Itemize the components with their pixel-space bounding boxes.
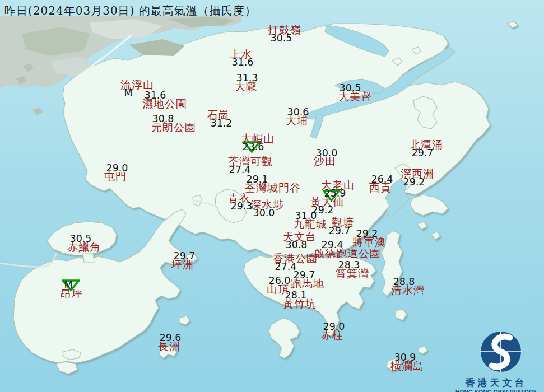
station-temperature-value: 29.2 — [283, 206, 362, 214]
station-name: 大埔 — [258, 116, 336, 125]
station-label: 30.5大美督 — [316, 84, 394, 101]
station-name: 啟德跑道公園 — [308, 249, 387, 258]
station-name: 昂坪 — [32, 290, 111, 298]
station-label: 31.6濕地公園 — [125, 91, 204, 108]
station-temperature-value: 29.1 — [218, 175, 296, 184]
station-temperature-value: 29.7 — [145, 252, 224, 260]
station-name: 天文台 — [261, 232, 339, 241]
station-label: 天文台30.8 — [261, 232, 339, 249]
station-name: 荃灣城門谷 — [234, 184, 312, 192]
station-name: 橫瀾島 — [368, 362, 447, 370]
station-label: 觀塘29.7 — [304, 218, 382, 235]
station-label: 29.1荃灣城門谷 — [234, 175, 312, 192]
station-label: 黃大仙29.2 — [288, 198, 366, 214]
station-name: 流浮山 — [98, 81, 176, 89]
hko-logo-english-name: HONG KONG OBSERVATORY — [448, 389, 544, 392]
station-label: 28.8清水灣 — [369, 278, 447, 295]
station-name: 清水灣 — [369, 286, 447, 295]
station-label: 28.3筲箕灣 — [313, 261, 392, 278]
station-name: 將軍澳 — [330, 238, 408, 246]
station-label: 29.7跑馬地 — [268, 271, 347, 288]
station-temperature-value: 25.9 — [296, 189, 374, 198]
station-label: 30.9橫瀾島 — [368, 353, 447, 370]
hko-logo-emblem — [448, 328, 544, 373]
station-label: 30.6大埔 — [258, 108, 336, 125]
station-label: 29.4啟德跑道公園 — [308, 241, 387, 258]
station-temperature-value: 29.7 — [265, 271, 343, 279]
station-temperature-value: 31.0 — [267, 212, 345, 220]
station-name: 大老山 — [299, 181, 377, 189]
page-title: 昨日(2024年03月30日) 的最高氣溫（攝氏度） — [4, 3, 257, 18]
station-name: 九龍城 — [271, 220, 350, 228]
station-temperature-value: 26.4 — [343, 175, 421, 184]
station-name: 大帽山 — [218, 134, 297, 143]
station-label: 29.0屯門 — [76, 164, 155, 181]
station-temperature-value: 30.0 — [287, 149, 366, 157]
station-label: 30.8元朗公園 — [134, 115, 213, 132]
station-name: 跑馬地 — [268, 279, 347, 288]
station-name: 元朗公園 — [134, 123, 213, 132]
station-name: 筲箕灣 — [313, 269, 392, 278]
station-label: 滘西洲29.2 — [378, 170, 457, 186]
station-temperature-value: 28.8 — [365, 278, 443, 286]
station-temperature-value: M — [89, 89, 168, 97]
station-temperature-value: 29.7 — [300, 227, 379, 235]
station-label: 香港公園27.4 — [256, 254, 334, 271]
station-name: 大隴 — [207, 82, 285, 91]
station-name: 西貢 — [341, 184, 420, 192]
station-temperature-value: 29.4 — [293, 241, 371, 249]
station-temperature-value: 30.8 — [124, 115, 202, 123]
station-label: 石崗31.2 — [179, 111, 258, 128]
station-temperature-value: 23.6 — [214, 143, 292, 151]
station-temperature-value: 26.0 — [240, 277, 319, 285]
hko-max-temperature-map: 昨日(2024年03月30日) 的最高氣溫（攝氏度） 打鼓嶺30.5上水31.6… — [0, 0, 544, 392]
station-name: 上水 — [202, 50, 280, 58]
station-temperature-value: 29.2 — [375, 178, 453, 186]
station-temperature-value: 30.9 — [366, 353, 444, 362]
station-label: 流浮山M — [98, 81, 176, 97]
station-name: 青衣 — [200, 194, 278, 202]
station-name: 滘西洲 — [378, 170, 457, 178]
station-temperature-value: 29.6 — [131, 334, 210, 342]
station-label: 上水31.6 — [202, 50, 280, 67]
station-name: 長洲 — [130, 342, 208, 351]
station-temperature-value: 27.4 — [201, 166, 279, 174]
station-name: 觀塘 — [304, 218, 382, 227]
station-label: 29.6長洲 — [130, 334, 208, 351]
station-label: 大帽山23.6 — [218, 134, 297, 151]
station-label: 29.0赤柱 — [293, 323, 371, 339]
station-name: 大美督 — [316, 92, 394, 101]
station-temperature-value: 29.0 — [295, 323, 373, 331]
station-label: 29.2將軍澳 — [330, 230, 408, 246]
station-label: M昂坪 — [32, 281, 111, 298]
hko-logo-chinese-name: 香港天文台 — [448, 376, 544, 389]
station-temperature-value: 27.4 — [247, 263, 325, 271]
station-temperature-value: 31.6 — [116, 91, 194, 100]
station-name: 濕地公園 — [125, 100, 204, 108]
station-label: 31.0九龍城 — [271, 212, 350, 228]
station-name: 黃大仙 — [288, 198, 366, 206]
station-temperature-value: 28.1 — [257, 291, 335, 300]
station-temperature-value: 30.8 — [257, 241, 336, 249]
station-label: 打鼓嶺30.5 — [245, 26, 324, 43]
station-label: 荃灣可觀27.4 — [211, 157, 290, 174]
station-label: 青衣29.3 — [200, 194, 278, 211]
station-temperature-value: 30.6 — [259, 108, 337, 116]
station-temperature-value: 30.5 — [311, 84, 389, 92]
hko-logo: 香港天文台 HONG KONG OBSERVATORY — [448, 328, 544, 392]
station-temperature-value: 29.3 — [202, 202, 281, 211]
station-temperature-value: 30.5 — [242, 34, 320, 43]
station-temperature-value: 30.0 — [225, 209, 303, 217]
station-temperature-value: 29.0 — [78, 164, 156, 172]
station-label: 26.4西貢 — [341, 175, 420, 192]
station-label: 31.3大隴 — [207, 74, 285, 91]
station-temperature-value: 31.2 — [182, 119, 261, 128]
station-name: 石崗 — [179, 111, 258, 119]
station-name: 香港公園 — [256, 254, 334, 263]
station-temperature-value: 30.5 — [41, 235, 120, 243]
station-temperature-value: 28.3 — [310, 261, 388, 269]
station-name: 荃灣可觀 — [211, 157, 290, 166]
station-name: 北潭涌 — [387, 141, 466, 149]
station-label: 深水埗30.0 — [228, 200, 306, 217]
station-name: 赤柱 — [293, 331, 371, 339]
